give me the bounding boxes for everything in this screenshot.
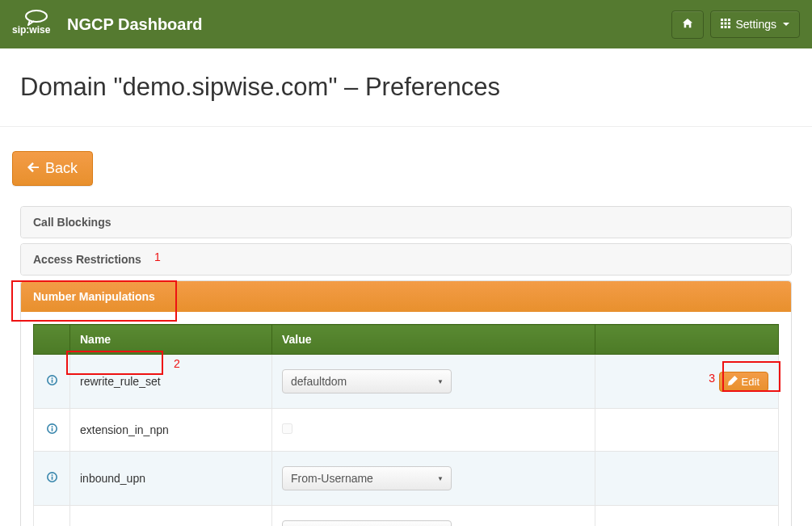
annotation-label-2: 2: [174, 357, 180, 370]
svg-point-0: [26, 11, 47, 22]
table-row: outbound_from_user User-Provided-Number: [34, 506, 779, 527]
extension-in-npn-checkbox[interactable]: [282, 423, 292, 434]
back-label: Back: [45, 160, 78, 177]
panel-number-manipulations: 1 Number Manipulations Name Value: [20, 280, 792, 526]
preferences-table: Name Value rewrite_rule_set: [33, 324, 779, 526]
annotation-box-1: [11, 280, 177, 322]
pref-name: rewrite_rule_set: [80, 375, 161, 388]
svg-rect-3: [725, 19, 727, 21]
svg-rect-18: [51, 477, 53, 480]
svg-rect-19: [51, 474, 53, 476]
inbound-upn-select[interactable]: From-Username: [282, 466, 452, 490]
page-title: Domain "demo.sipwise.com" – Preferences: [0, 48, 812, 127]
col-info: [34, 325, 70, 355]
panel-access-restrictions: Access Restrictions: [20, 243, 792, 276]
brand: sip:wise NGCP Dashboard: [12, 9, 202, 40]
info-icon[interactable]: [47, 376, 57, 388]
annotation-box-3: [722, 361, 780, 392]
settings-button[interactable]: Settings: [710, 11, 800, 38]
col-actions: [595, 325, 779, 355]
col-name: Name: [70, 325, 272, 355]
rewrite-rule-set-select[interactable]: defaultdom: [282, 369, 452, 393]
navbar-actions: Settings: [671, 11, 800, 39]
settings-label: Settings: [735, 18, 776, 31]
svg-rect-13: [51, 377, 53, 379]
outbound-from-user-select[interactable]: User-Provided-Number: [282, 520, 452, 526]
svg-rect-12: [51, 380, 53, 383]
table-row: rewrite_rule_set 2 defaultdom: [34, 355, 779, 409]
col-value: Value: [272, 325, 595, 355]
svg-rect-8: [721, 26, 723, 28]
annotation-label-3: 3: [709, 372, 715, 385]
annotation-label-1: 1: [154, 250, 161, 263]
annotation-box-2: [66, 351, 163, 375]
grid-icon: [721, 18, 730, 31]
main-container: Domain "demo.sipwise.com" – Preferences …: [0, 48, 812, 526]
accordion: Call Blockings Access Restrictions 1 Num…: [12, 206, 800, 526]
pref-name: extension_in_npn: [80, 423, 169, 436]
brand-title: NGCP Dashboard: [67, 15, 202, 34]
panel-label: Call Blockings: [33, 216, 111, 229]
home-button[interactable]: [671, 11, 704, 39]
panel-body-number-manipulations: Name Value rewrite_rule_set: [21, 312, 791, 526]
svg-rect-9: [725, 26, 727, 28]
svg-rect-7: [728, 23, 730, 25]
panel-label: Access Restrictions: [33, 253, 141, 266]
svg-rect-10: [728, 26, 730, 28]
panel-call-blockings: Call Blockings: [20, 206, 792, 238]
pref-name: inbound_upn: [80, 472, 145, 485]
chevron-down-icon: [783, 23, 789, 26]
panel-heading-access-restrictions[interactable]: Access Restrictions: [21, 244, 791, 275]
navbar: sip:wise NGCP Dashboard Settings: [0, 0, 812, 48]
toolbar: Back: [12, 151, 800, 186]
panel-heading-call-blockings[interactable]: Call Blockings: [21, 207, 791, 238]
arrow-left-icon: [27, 160, 39, 177]
svg-text:sip:wise: sip:wise: [12, 24, 51, 36]
svg-rect-6: [725, 23, 727, 25]
svg-rect-16: [51, 426, 53, 427]
sipwise-logo: sip:wise: [12, 9, 61, 40]
back-button[interactable]: Back: [12, 151, 93, 186]
table-row: extension_in_npn: [34, 409, 779, 452]
table-row: inbound_upn From-Username: [34, 452, 779, 506]
svg-rect-4: [728, 19, 730, 21]
svg-rect-2: [721, 19, 723, 21]
info-icon[interactable]: [47, 473, 57, 485]
info-icon[interactable]: [47, 424, 57, 436]
svg-rect-5: [721, 23, 723, 25]
svg-rect-15: [51, 428, 53, 431]
home-icon: [682, 18, 693, 32]
